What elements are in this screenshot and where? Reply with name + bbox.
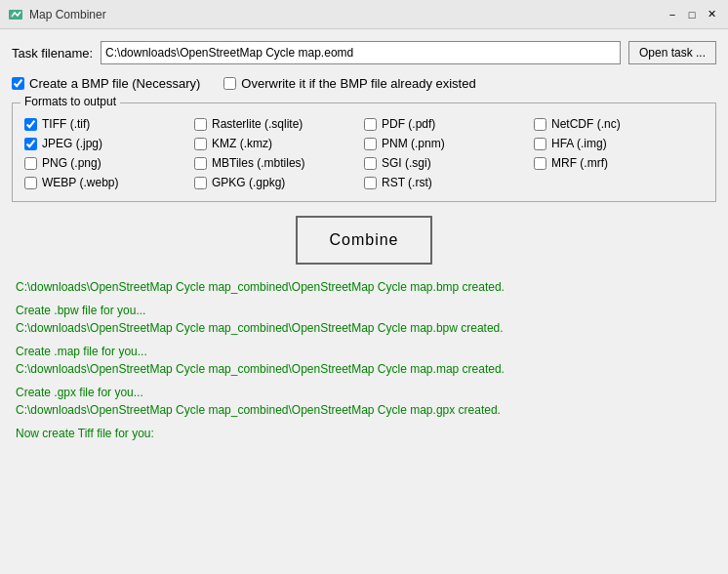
overwrite-checkbox[interactable] bbox=[223, 77, 236, 90]
close-button[interactable]: ✕ bbox=[703, 6, 720, 23]
format-checkbox-6[interactable] bbox=[364, 138, 377, 150]
combine-row: Combine bbox=[12, 216, 716, 265]
format-label-4: JPEG (.jpg) bbox=[42, 137, 102, 150]
format-item: SGI (.sgi) bbox=[364, 156, 534, 170]
format-checkbox-5[interactable] bbox=[194, 138, 207, 150]
format-item: GPKG (.gpkg) bbox=[194, 176, 364, 189]
output-line: C:\downloads\OpenStreetMap Cycle map_com… bbox=[16, 278, 712, 296]
format-checkbox-8[interactable] bbox=[24, 157, 37, 170]
formats-grid: TIFF (.tif)Rasterlite (.sqlite)PDF (.pdf… bbox=[24, 117, 704, 189]
maximize-button[interactable]: □ bbox=[683, 6, 701, 23]
format-label-9: MBTiles (.mbtiles) bbox=[212, 156, 305, 170]
task-row: Task filename: Open task ... bbox=[12, 41, 716, 64]
format-item: PNM (.pnm) bbox=[364, 137, 534, 150]
output-line: Create .map file for you... bbox=[16, 343, 712, 360]
output-line: Now create Tiff file for you: bbox=[16, 425, 712, 442]
format-item: MRF (.mrf) bbox=[534, 156, 704, 170]
format-item: PNG (.png) bbox=[24, 156, 194, 170]
format-label-7: HFA (.img) bbox=[551, 137, 607, 150]
output-line: Create .gpx file for you... bbox=[16, 384, 712, 401]
output-line: Create .bpw file for you... bbox=[16, 302, 712, 319]
format-label-12: WEBP (.webp) bbox=[42, 176, 118, 189]
format-item: Rasterlite (.sqlite) bbox=[194, 117, 364, 131]
task-filename-input[interactable] bbox=[101, 41, 621, 64]
format-item: JPEG (.jpg) bbox=[24, 137, 194, 150]
format-checkbox-12[interactable] bbox=[24, 177, 37, 189]
overwrite-label: Overwrite it if the BMP file already exi… bbox=[241, 76, 475, 91]
output-area[interactable]: C:\downloads\OpenStreetMap Cycle map_com… bbox=[12, 276, 716, 481]
format-checkbox-3[interactable] bbox=[534, 118, 546, 131]
formats-group: Formats to output TIFF (.tif)Rasterlite … bbox=[12, 102, 716, 202]
format-label-11: MRF (.mrf) bbox=[551, 156, 608, 170]
create-bmp-checkbox-item: Create a BMP file (Necessary) bbox=[12, 76, 200, 91]
format-label-13: GPKG (.gpkg) bbox=[212, 176, 285, 189]
format-checkbox-10[interactable] bbox=[364, 157, 377, 170]
format-item: PDF (.pdf) bbox=[364, 117, 534, 131]
format-label-5: KMZ (.kmz) bbox=[212, 137, 272, 150]
format-checkbox-2[interactable] bbox=[364, 118, 377, 131]
create-bmp-checkbox[interactable] bbox=[12, 77, 24, 90]
format-label-8: PNG (.png) bbox=[42, 156, 101, 170]
format-checkbox-4[interactable] bbox=[24, 138, 37, 150]
format-item: MBTiles (.mbtiles) bbox=[194, 156, 364, 170]
format-checkbox-13[interactable] bbox=[194, 177, 207, 189]
format-label-2: PDF (.pdf) bbox=[382, 117, 435, 131]
format-checkbox-14[interactable] bbox=[364, 177, 377, 189]
minimize-button[interactable]: − bbox=[664, 6, 681, 23]
format-label-14: RST (.rst) bbox=[382, 176, 432, 189]
format-checkbox-1[interactable] bbox=[194, 118, 207, 131]
task-label: Task filename: bbox=[12, 46, 93, 61]
format-label-0: TIFF (.tif) bbox=[42, 117, 90, 131]
format-item: TIFF (.tif) bbox=[24, 117, 194, 131]
output-line: C:\downloads\OpenStreetMap Cycle map_com… bbox=[16, 401, 712, 419]
formats-legend: Formats to output bbox=[20, 95, 120, 108]
combine-button[interactable]: Combine bbox=[296, 216, 432, 265]
window-title: Map Combiner bbox=[29, 8, 106, 21]
format-item: HFA (.img) bbox=[534, 137, 704, 150]
format-label-1: Rasterlite (.sqlite) bbox=[212, 117, 303, 131]
format-checkbox-0[interactable] bbox=[24, 118, 37, 131]
format-checkbox-7[interactable] bbox=[534, 138, 546, 150]
top-checkboxes: Create a BMP file (Necessary) Overwrite … bbox=[12, 76, 716, 91]
create-bmp-label: Create a BMP file (Necessary) bbox=[29, 76, 200, 91]
window-controls: − □ ✕ bbox=[664, 6, 720, 23]
title-bar: Map Combiner − □ ✕ bbox=[0, 0, 728, 29]
open-task-button[interactable]: Open task ... bbox=[628, 41, 716, 64]
format-label-3: NetCDF (.nc) bbox=[551, 117, 621, 131]
format-item: NetCDF (.nc) bbox=[534, 117, 704, 131]
app-icon bbox=[8, 7, 23, 22]
output-line: C:\downloads\OpenStreetMap Cycle map_com… bbox=[16, 360, 712, 378]
title-bar-left: Map Combiner bbox=[8, 7, 106, 22]
format-item: WEBP (.webp) bbox=[24, 176, 194, 189]
overwrite-checkbox-item: Overwrite it if the BMP file already exi… bbox=[223, 76, 475, 91]
format-checkbox-9[interactable] bbox=[194, 157, 207, 170]
format-item: KMZ (.kmz) bbox=[194, 137, 364, 150]
format-label-10: SGI (.sgi) bbox=[382, 156, 431, 170]
format-label-6: PNM (.pnm) bbox=[382, 137, 445, 150]
format-checkbox-11[interactable] bbox=[534, 157, 546, 170]
output-line: C:\downloads\OpenStreetMap Cycle map_com… bbox=[16, 319, 712, 337]
format-item: RST (.rst) bbox=[364, 176, 534, 189]
main-content: Task filename: Open task ... Create a BM… bbox=[0, 29, 728, 493]
